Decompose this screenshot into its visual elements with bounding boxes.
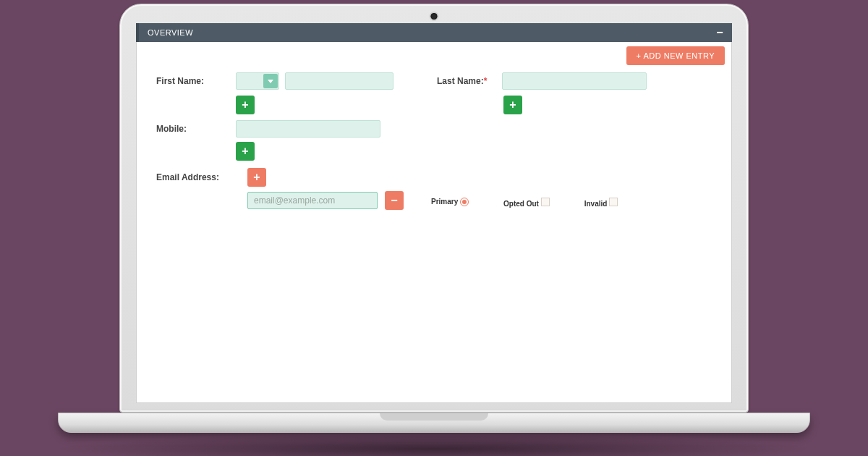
- name-add-row: + +: [156, 96, 712, 114]
- name-prefix-select[interactable]: [236, 72, 279, 90]
- last-name-input[interactable]: [502, 72, 647, 90]
- laptop-base: [58, 413, 810, 433]
- first-name-input[interactable]: [285, 72, 393, 90]
- opted-out-flag: Opted Out: [503, 193, 550, 208]
- plus-icon: +: [242, 143, 248, 159]
- app-screen: OVERVIEW − + ADD NEW ENTRY First Name:: [136, 23, 732, 403]
- plus-icon: +: [242, 97, 248, 113]
- plus-icon: +: [253, 169, 260, 185]
- primary-flag: Primary: [431, 193, 469, 206]
- form-area: First Name: Last Name:*: [136, 68, 732, 214]
- email-input[interactable]: [247, 192, 378, 209]
- mobile-row: Mobile:: [156, 120, 712, 138]
- add-last-name-button[interactable]: +: [503, 96, 522, 114]
- panel-title: OVERVIEW: [148, 28, 193, 37]
- laptop-bezel: OVERVIEW − + ADD NEW ENTRY First Name:: [119, 4, 749, 413]
- laptop-mockup: OVERVIEW − + ADD NEW ENTRY First Name:: [119, 4, 749, 456]
- first-name-controls: [236, 72, 393, 90]
- collapse-icon[interactable]: −: [716, 29, 723, 36]
- mobile-label: Mobile:: [156, 124, 236, 134]
- email-label-row: Email Address: +: [156, 168, 712, 187]
- invalid-checkbox[interactable]: [609, 198, 618, 206]
- camera-dot: [431, 13, 438, 20]
- invalid-flag: Invalid: [584, 193, 618, 208]
- remove-email-button[interactable]: −: [385, 191, 404, 210]
- primary-radio[interactable]: [460, 198, 469, 206]
- last-name-label: Last Name:*: [437, 76, 502, 86]
- toolbar: + ADD NEW ENTRY: [136, 42, 732, 68]
- mobile-input[interactable]: [236, 120, 380, 138]
- email-section: Email Address: + − Primary: [156, 168, 712, 210]
- mobile-add-row: +: [156, 142, 712, 161]
- invalid-label: Invalid: [584, 200, 608, 208]
- opted-out-checkbox[interactable]: [541, 198, 550, 206]
- add-email-button[interactable]: +: [247, 168, 266, 187]
- required-mark: *: [484, 76, 488, 86]
- plus-icon: +: [509, 97, 516, 113]
- email-label: Email Address:: [156, 172, 247, 182]
- panel-header: OVERVIEW −: [136, 23, 732, 42]
- add-mobile-button[interactable]: +: [236, 142, 255, 161]
- last-name-label-text: Last Name:: [437, 76, 484, 86]
- name-row: First Name: Last Name:*: [156, 72, 712, 90]
- name-prefix-select-wrap: [236, 72, 279, 90]
- minus-icon: −: [391, 193, 397, 208]
- laptop-shadow: [51, 434, 817, 456]
- email-entry-row: − Primary Opted Out: [156, 191, 712, 210]
- email-flags: Primary Opted Out Invalid: [431, 193, 618, 208]
- opted-out-label: Opted Out: [503, 200, 539, 208]
- first-name-label: First Name:: [156, 76, 236, 86]
- primary-label: Primary: [431, 198, 458, 206]
- add-first-name-button[interactable]: +: [236, 96, 255, 114]
- add-new-entry-button[interactable]: + ADD NEW ENTRY: [626, 46, 725, 65]
